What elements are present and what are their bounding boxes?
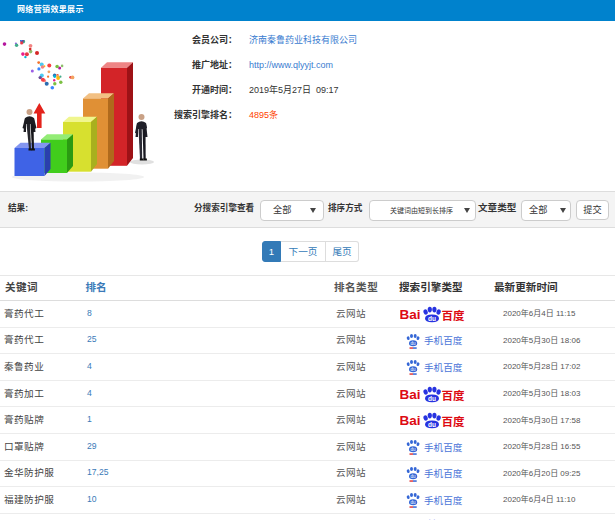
svg-text:Bai: Bai xyxy=(400,387,421,402)
svg-text:du: du xyxy=(411,368,417,373)
svg-text:du: du xyxy=(428,394,436,401)
svg-text:du: du xyxy=(428,421,436,428)
svg-text:du: du xyxy=(411,474,417,479)
svg-text:du: du xyxy=(428,314,436,321)
svg-text:Bai: Bai xyxy=(400,307,421,322)
svg-text:du: du xyxy=(411,341,417,346)
svg-text:百度: 百度 xyxy=(442,306,465,322)
svg-text:du: du xyxy=(411,501,417,506)
svg-text:du: du xyxy=(411,447,417,452)
svg-text:Bai: Bai xyxy=(400,413,421,428)
svg-text:百度: 百度 xyxy=(442,386,465,402)
svg-text:百度: 百度 xyxy=(442,413,465,429)
